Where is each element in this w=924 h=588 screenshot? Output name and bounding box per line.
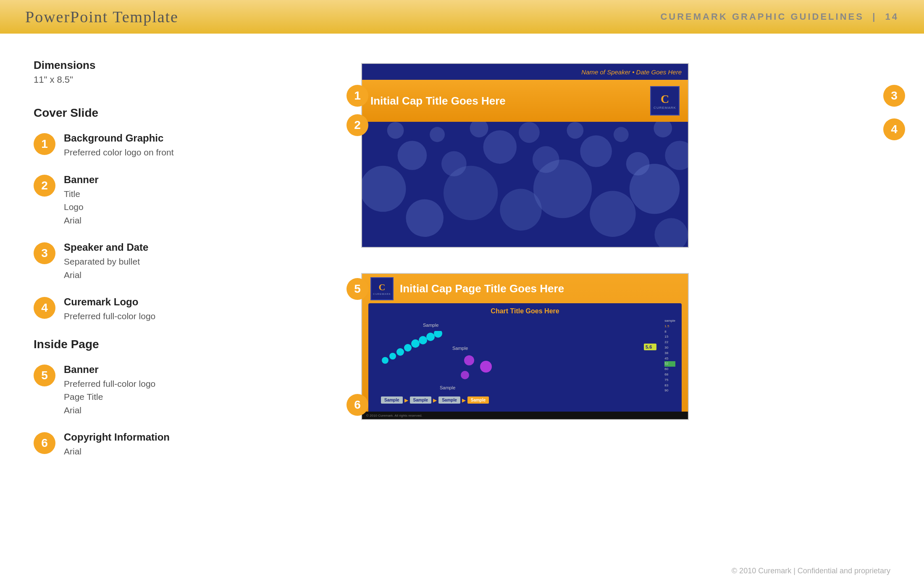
- slide-badge-4: 4: [883, 118, 905, 140]
- slide-badge-1: 1: [346, 85, 368, 107]
- svg-point-13: [626, 152, 650, 176]
- flow-boxes: Sample ▶ Sample ▶ Sample ▶ Sample: [381, 396, 673, 404]
- svg-point-15: [387, 122, 404, 139]
- slide-badge-2: 2: [346, 114, 368, 136]
- badge-2: 2: [34, 175, 55, 197]
- inside-logo-letter: C: [379, 282, 386, 293]
- svg-point-19: [567, 122, 583, 139]
- svg-point-32: [419, 336, 427, 344]
- inside-background: C CUREMARK Initial Cap Page Title Goes H…: [362, 274, 688, 419]
- svg-point-34: [434, 331, 442, 338]
- svg-point-28: [389, 353, 396, 360]
- svg-point-18: [519, 122, 540, 143]
- logo-sub: CUREMARK: [654, 106, 676, 110]
- svg-point-10: [483, 130, 517, 164]
- item-4-desc: Preferred full-color logo: [64, 310, 328, 323]
- dimensions-section: Dimensions 11" x 8.5": [34, 59, 328, 85]
- svg-point-20: [614, 127, 629, 142]
- item-1-title: Background Graphic: [64, 132, 328, 144]
- svg-point-30: [404, 344, 412, 352]
- cover-item-3: 3 Speaker and Date Separated by bullet A…: [34, 242, 328, 281]
- cover-item-2: 2 Banner Title Logo Arial: [34, 174, 328, 227]
- inside-logo-box: C CUREMARK: [370, 277, 394, 300]
- item-6-desc: Arial: [64, 445, 328, 458]
- inside-item-5: 5 Banner Preferred full-color logo Page …: [34, 364, 328, 417]
- flow-box-2: Sample: [410, 396, 432, 404]
- svg-point-16: [430, 127, 445, 142]
- badge-5: 5: [34, 365, 55, 386]
- item-3-desc: Separated by bullet Arial: [64, 255, 328, 281]
- logo-letter: C: [654, 92, 676, 106]
- cover-slide-heading: Cover Slide: [34, 106, 328, 120]
- svg-point-8: [398, 141, 427, 170]
- svg-point-31: [411, 339, 420, 348]
- cover-slide-preview: Name of Speaker • Date Goes Here Initial…: [361, 63, 689, 248]
- badge-6: 6: [34, 432, 55, 454]
- svg-point-14: [665, 141, 688, 170]
- item-5-desc: Preferred full-color logo Page Title Ari…: [64, 377, 328, 417]
- cover-logo-box: C CUREMARK: [650, 86, 680, 116]
- inside-slide-preview: C CUREMARK Initial Cap Page Title Goes H…: [361, 273, 689, 420]
- guideline-label: CUREMARK GRAPHIC GUIDELINES | 14: [660, 11, 899, 22]
- slide-badge-5: 5: [346, 278, 368, 300]
- chart-dots-mid: [457, 352, 507, 387]
- flow-box-3: Sample: [438, 396, 460, 404]
- flow-box-4: Sample: [467, 396, 489, 404]
- cover-top-strip: Name of Speaker • Date Goes Here: [362, 64, 688, 80]
- flow-box-1: Sample: [381, 396, 403, 404]
- slide-badge-3: 3: [883, 85, 905, 107]
- item-1-desc: Preferred color logo on front: [64, 146, 328, 159]
- flow-arrow-2: ▶: [433, 397, 437, 403]
- svg-point-27: [382, 357, 388, 364]
- chart-body: sample 1.5 8 15 22 30 38 45 52 60 68: [373, 318, 677, 407]
- slide-badge-6: 6: [346, 394, 368, 416]
- dimensions-label: Dimensions: [34, 59, 328, 72]
- svg-point-36: [480, 361, 492, 373]
- sample-label-3: Sample: [440, 385, 455, 390]
- cover-slide-wrapper: 1 2 3 4: [361, 63, 890, 248]
- main-content: Dimensions 11" x 8.5" Cover Slide 1 Back…: [0, 34, 924, 498]
- speaker-date-text: Name of Speaker • Date Goes Here: [581, 68, 682, 76]
- inside-top-banner: C CUREMARK Initial Cap Page Title Goes H…: [362, 274, 688, 303]
- svg-point-9: [441, 151, 467, 176]
- value-marker: 5.6: [644, 344, 656, 350]
- item-5-title: Banner: [64, 364, 328, 375]
- cover-background: Name of Speaker • Date Goes Here Initial…: [362, 64, 688, 247]
- item-2-title: Banner: [64, 174, 328, 186]
- badge-4: 4: [34, 297, 55, 319]
- svg-point-21: [654, 119, 672, 137]
- svg-point-35: [464, 355, 474, 365]
- badge-1: 1: [34, 133, 55, 155]
- inside-logo-sub: CUREMARK: [373, 293, 391, 295]
- sample-label-1: Sample: [423, 323, 438, 328]
- svg-point-5: [590, 191, 635, 237]
- item-4-title: Curemark Logo: [64, 296, 328, 308]
- flow-arrow-3: ▶: [462, 397, 466, 403]
- chart-title: Chart Title Goes Here: [373, 307, 677, 315]
- cover-item-1: 1 Background Graphic Preferred color log…: [34, 132, 328, 159]
- chart-area: Chart Title Goes Here sample 1.5 8 15 22…: [368, 303, 682, 413]
- svg-point-17: [470, 119, 488, 137]
- svg-point-7: [654, 218, 688, 247]
- cover-orange-bar: Initial Cap Title Goes Here C CUREMARK: [362, 80, 688, 122]
- svg-point-0: [362, 166, 406, 212]
- svg-point-33: [426, 333, 435, 341]
- svg-point-37: [461, 371, 469, 379]
- page-title: PowerPoint Template: [25, 8, 178, 26]
- header-bar: PowerPoint Template CUREMARK GRAPHIC GUI…: [0, 0, 924, 34]
- item-6-title: Copyright Information: [64, 431, 328, 443]
- slide-copyright-strip: © 2010 Curemark. All rights reserved.: [362, 412, 688, 419]
- cover-title: Initial Cap Title Goes Here: [370, 94, 650, 108]
- svg-point-11: [533, 146, 559, 173]
- copyright-footer: © 2010 Curemark | Confidential and propr…: [732, 567, 890, 575]
- inside-slide-wrapper: 5 6 C CUREMARK Initial Cap Page Title Go…: [361, 273, 890, 420]
- svg-point-29: [396, 348, 404, 356]
- svg-point-12: [580, 135, 612, 167]
- inside-page-heading: Inside Page: [34, 338, 328, 351]
- svg-point-1: [406, 199, 444, 237]
- dimensions-value: 11" x 8.5": [34, 74, 328, 85]
- sample-label-2: Sample: [452, 346, 468, 351]
- item-2-desc: Title Logo Arial: [64, 187, 328, 227]
- inside-item-6: 6 Copyright Information Arial: [34, 431, 328, 458]
- item-3-title: Speaker and Date: [64, 242, 328, 253]
